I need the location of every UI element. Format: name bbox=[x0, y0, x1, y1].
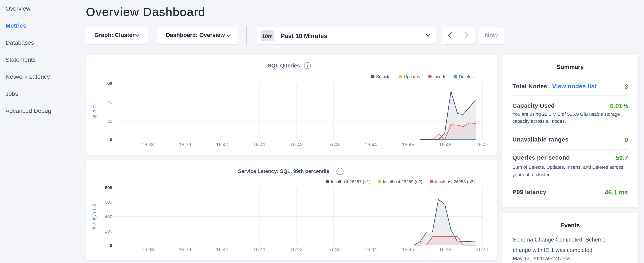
svg-text:Updates: Updates bbox=[404, 74, 420, 79]
svg-text:16:38: 16:38 bbox=[142, 142, 154, 147]
svg-text:20: 20 bbox=[107, 119, 112, 124]
svg-text:16:41: 16:41 bbox=[253, 142, 266, 147]
svg-text:16:46: 16:46 bbox=[439, 142, 451, 147]
svg-text:localhost:26257 (n1): localhost:26257 (n1) bbox=[331, 179, 370, 184]
svg-text:Selects: Selects bbox=[376, 74, 390, 79]
svg-text:16:44: 16:44 bbox=[365, 142, 377, 147]
svg-text:16:44: 16:44 bbox=[365, 247, 377, 252]
svg-text:SQL Queries: SQL Queries bbox=[268, 63, 300, 69]
svg-text:16:42: 16:42 bbox=[290, 247, 302, 252]
svg-text:60: 60 bbox=[107, 81, 112, 86]
svg-text:localhost:26259 (n2): localhost:26259 (n2) bbox=[383, 179, 422, 184]
svg-text:queries: queries bbox=[91, 103, 96, 119]
svg-text:16:47: 16:47 bbox=[476, 142, 488, 147]
svg-text:16:40: 16:40 bbox=[216, 247, 228, 252]
svg-text:16:45: 16:45 bbox=[402, 142, 414, 147]
svg-text:16:45: 16:45 bbox=[402, 247, 414, 252]
svg-text:600: 600 bbox=[105, 200, 112, 204]
svg-text:16:39: 16:39 bbox=[179, 247, 191, 252]
svg-text:16:41: 16:41 bbox=[253, 247, 266, 252]
svg-text:16:42: 16:42 bbox=[290, 142, 302, 147]
svg-text:16:39: 16:39 bbox=[179, 142, 191, 147]
svg-text:400: 400 bbox=[105, 214, 112, 219]
svg-text:Deletes: Deletes bbox=[459, 74, 474, 79]
svg-text:Inserts: Inserts bbox=[433, 74, 446, 79]
svg-text:16:46: 16:46 bbox=[439, 247, 451, 252]
svg-text:800: 800 bbox=[105, 185, 112, 190]
svg-text:0: 0 bbox=[110, 137, 112, 142]
svg-text:latency (ms): latency (ms) bbox=[91, 204, 96, 229]
svg-text:16:43: 16:43 bbox=[328, 142, 340, 147]
svg-text:localhost:26258 (n3): localhost:26258 (n3) bbox=[435, 179, 475, 184]
svg-text:40: 40 bbox=[107, 100, 112, 105]
svg-text:16:43: 16:43 bbox=[328, 247, 340, 252]
svg-text:16:47: 16:47 bbox=[476, 247, 488, 252]
svg-text:0: 0 bbox=[110, 243, 112, 248]
svg-text:16:38: 16:38 bbox=[142, 247, 154, 252]
svg-text:Service Latency: SQL, 99th per: Service Latency: SQL, 99th percentile bbox=[238, 168, 329, 174]
svg-text:16:40: 16:40 bbox=[216, 142, 228, 147]
svg-text:200: 200 bbox=[105, 228, 112, 233]
